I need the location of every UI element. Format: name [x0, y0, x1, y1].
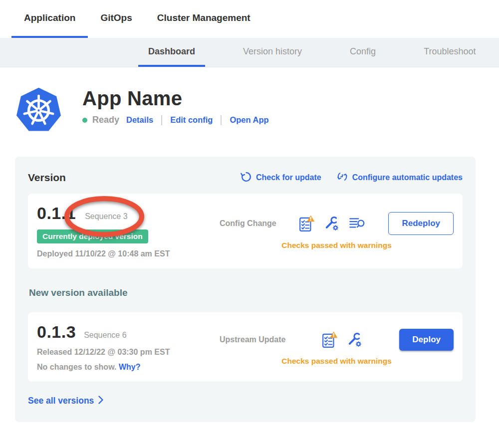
new-version-number: 0.1.3 [37, 322, 76, 342]
why-link[interactable]: Why? [119, 363, 141, 371]
deployed-badge: Currently deployed version [37, 229, 148, 243]
new-version-heading: New version available [29, 287, 463, 298]
version-heading: Version [28, 172, 66, 184]
no-changes-text: No changes to show. [37, 363, 116, 371]
see-all-versions-link[interactable]: See all versions [28, 396, 94, 406]
current-version-card: 0.1.1 Sequence 3 Currently deployed vers… [28, 194, 463, 268]
open-app-link[interactable]: Open App [230, 115, 268, 125]
redeploy-button[interactable]: Redeploy [388, 212, 454, 235]
new-version-card: 0.1.3 Sequence 6 Released 12/12/22 @ 03:… [28, 312, 463, 382]
details-link[interactable]: Details [126, 115, 153, 125]
version-source-label: Upstream Update [220, 335, 285, 344]
sequence-annotated: Sequence 3 [81, 212, 127, 221]
preflight-checks-warning-icon[interactable] [299, 215, 315, 232]
status-text: Ready [92, 115, 119, 125]
preflight-checks-warning-icon[interactable] [322, 331, 338, 348]
config-wrench-icon[interactable] [324, 216, 340, 231]
refresh-icon [241, 171, 252, 185]
check-for-update-link[interactable]: Check for update [241, 171, 321, 185]
tab-dashboard[interactable]: Dashboard [138, 38, 205, 67]
deployed-timestamp: Deployed 11/10/22 @ 10:48 am EST [37, 249, 211, 258]
new-version-sequence: Sequence 6 [84, 331, 126, 340]
tab-gitops[interactable]: GitOps [88, 0, 144, 38]
deploy-button[interactable]: Deploy [399, 329, 454, 351]
clock-sync-icon [336, 171, 348, 185]
checks-status: Checks passed with warnings [220, 357, 454, 366]
tab-version-history[interactable]: Version history [233, 38, 312, 67]
primary-nav: Application GitOps Cluster Management [0, 0, 499, 38]
current-version-number: 0.1.1 [37, 204, 76, 223]
page-title: App Name [82, 87, 269, 110]
tab-config[interactable]: Config [340, 38, 386, 67]
status-dot [82, 118, 87, 123]
tab-troubleshoot[interactable]: Troubleshoot [414, 38, 486, 67]
version-section: Version Check for update [15, 157, 476, 422]
secondary-nav: Dashboard Version history Config Trouble… [0, 38, 499, 67]
tab-cluster-management[interactable]: Cluster Management [145, 0, 263, 38]
configure-automatic-updates-link[interactable]: Configure automatic updates [336, 171, 463, 185]
version-source-label: Config Change [220, 219, 276, 228]
released-timestamp: Released 12/12/22 @ 03:30 pm EST [37, 348, 211, 357]
current-version-sequence: Sequence 3 [85, 212, 127, 221]
chevron-right-icon [98, 396, 104, 406]
divider [161, 115, 162, 125]
config-wrench-icon[interactable] [347, 332, 363, 348]
app-header: App Name Ready Details Edit config Open … [15, 86, 484, 134]
view-files-icon[interactable] [349, 217, 366, 230]
kubernetes-logo-icon [15, 86, 62, 134]
edit-config-link[interactable]: Edit config [170, 115, 213, 125]
divider [221, 115, 222, 125]
tab-application[interactable]: Application [11, 0, 88, 38]
checks-status: Checks passed with warnings [220, 241, 454, 250]
